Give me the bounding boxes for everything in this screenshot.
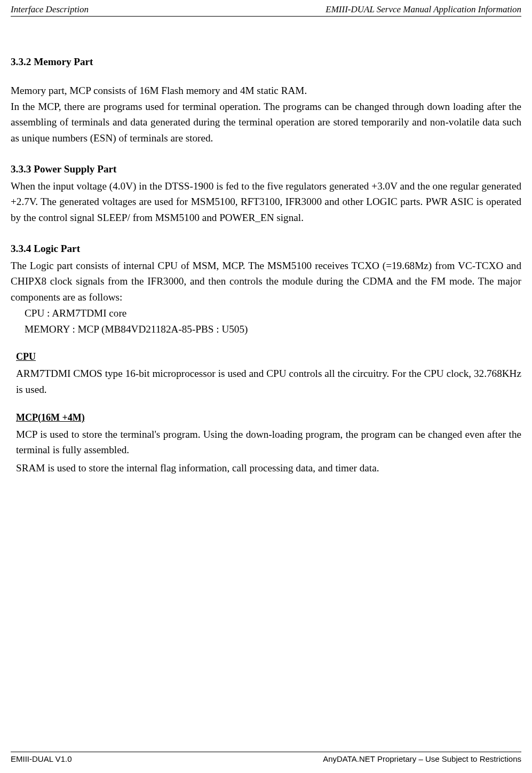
logic-item-cpu: CPU : ARM7TDMI core bbox=[11, 305, 521, 321]
logic-item-memory: MEMORY : MCP (MB84VD21182A-85-PBS : U505… bbox=[11, 321, 521, 337]
power-p1: When the input voltage (4.0V) in the DTS… bbox=[11, 178, 521, 226]
memory-p1: Memory part, MCP consists of 16M Flash m… bbox=[11, 83, 521, 99]
subsection-heading-cpu: CPU bbox=[11, 350, 521, 365]
mcp-body-2: SRAM is used to store the internal flag … bbox=[11, 460, 521, 476]
logic-p1: The Logic part consists of internal CPU … bbox=[11, 258, 521, 305]
cpu-body: ARM7TDMI CMOS type 16-bit microprocessor… bbox=[11, 366, 521, 398]
subsection-heading-mcp: MCP(16M +4M) bbox=[11, 411, 521, 425]
section-heading-logic: 3.3.4 Logic Part bbox=[11, 241, 521, 257]
memory-p2: In the MCP, there are programs used for … bbox=[11, 99, 521, 146]
section-heading-memory: 3.3.2 Memory Part bbox=[11, 54, 521, 70]
document-body: 3.3.2 Memory Part Memory part, MCP consi… bbox=[11, 17, 521, 476]
header-left: Interface Description bbox=[11, 4, 89, 15]
page-header: Interface Description EMIII-DUAL Servce … bbox=[11, 0, 521, 17]
section-heading-power: 3.3.3 Power Supply Part bbox=[11, 161, 521, 177]
mcp-body-1: MCP is used to store the terminal's prog… bbox=[11, 427, 521, 459]
header-right: EMIII-DUAL Servce Manual Application Inf… bbox=[325, 4, 521, 15]
